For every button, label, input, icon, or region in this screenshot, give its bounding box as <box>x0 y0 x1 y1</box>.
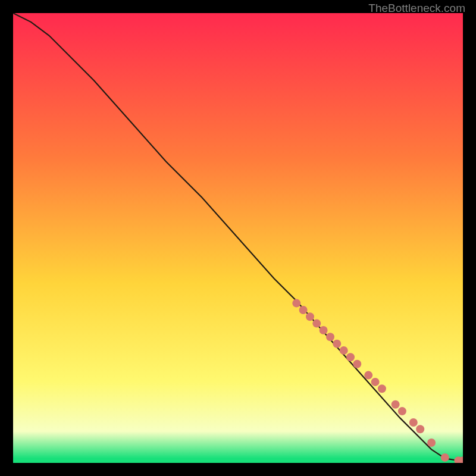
gradient-background <box>13 13 463 463</box>
svg-rect-0 <box>13 13 463 463</box>
chart-root: TheBottleneck.com <box>0 0 476 476</box>
attribution-text: TheBottleneck.com <box>368 2 465 15</box>
